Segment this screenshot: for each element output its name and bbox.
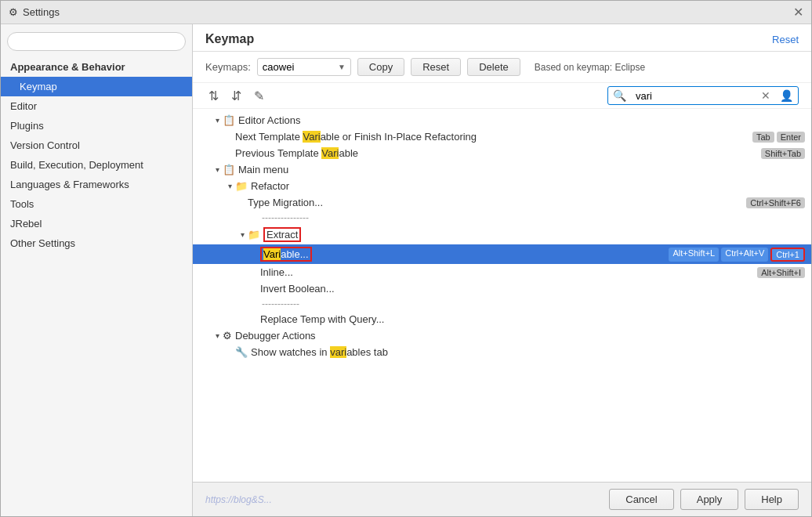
group-label: Editor Actions bbox=[238, 114, 301, 126]
tree-item-type-migration[interactable]: Type Migration... Ctrl+Shift+F6 bbox=[193, 194, 811, 211]
tree-separator2: ------------ bbox=[193, 297, 811, 311]
shortcut-badge-ctrl1: Ctrl+1 bbox=[770, 248, 805, 262]
shortcut-badge: Tab bbox=[752, 132, 774, 143]
sidebar-item-other-settings[interactable]: Other Settings bbox=[1, 233, 192, 253]
sidebar-item-label: Appearance & Behavior bbox=[10, 61, 125, 73]
item-label: Type Migration... bbox=[248, 197, 323, 208]
search-magnifier-icon: 🔍 bbox=[608, 87, 631, 104]
tree-group-extract[interactable]: ▾ 📁 Extract bbox=[193, 225, 811, 244]
tree-group-main-menu[interactable]: ▾ 📋 Main menu bbox=[193, 161, 811, 178]
sidebar-item-label: Plugins bbox=[10, 120, 44, 132]
shortcut-badge: Ctrl+Shift+F6 bbox=[746, 197, 805, 208]
tree-group-debugger-actions[interactable]: ▾ ⚙ Debugger Actions bbox=[193, 327, 811, 344]
sidebar-search[interactable] bbox=[7, 32, 186, 51]
tree-group-editor-actions[interactable]: ▾ 📋 Editor Actions bbox=[193, 112, 811, 128]
keymap-toolbar: Keymaps: caowei ▼ Copy Reset Delete Base… bbox=[193, 52, 811, 83]
keymap-value: caowei bbox=[263, 61, 294, 73]
keymap-select[interactable]: caowei ▼ bbox=[257, 58, 351, 76]
sidebar-item-jrebel[interactable]: JRebel bbox=[1, 214, 192, 233]
reset-link[interactable]: Reset bbox=[772, 34, 799, 45]
apply-button[interactable]: Apply bbox=[680, 489, 739, 510]
item-label: Invert Boolean... bbox=[260, 283, 335, 295]
shortcut-badge-alt-shift-l: Alt+Shift+L bbox=[669, 248, 719, 262]
toggle-icon[interactable]: ▾ bbox=[212, 331, 223, 340]
tree-item-show-watches[interactable]: 🔧 Show watches in variables tab bbox=[193, 344, 811, 360]
tree-item-invert-boolean[interactable]: Invert Boolean... bbox=[193, 280, 811, 297]
collapse-all-icon[interactable]: ⇵ bbox=[228, 87, 245, 105]
sidebar-item-label: Editor bbox=[10, 100, 37, 112]
tree-item-prev-template[interactable]: Previous Template Variable Shift+Tab bbox=[193, 145, 811, 161]
tree-item-next-template[interactable]: Next Template Variable or Finish In-Plac… bbox=[193, 128, 811, 145]
search-filter-input[interactable] bbox=[631, 88, 756, 104]
shortcut-badge: Enter bbox=[777, 132, 805, 143]
settings-icon: ⚙ bbox=[9, 6, 18, 18]
search-filter[interactable]: 🔍 ✕ 👤 bbox=[607, 86, 799, 105]
sidebar-item-version-control[interactable]: Version Control bbox=[1, 136, 192, 155]
watch-icon: 🔧 bbox=[235, 346, 248, 358]
sidebar-item-keymap[interactable]: Keymap bbox=[1, 77, 192, 96]
variable-label-outline: Variable... bbox=[260, 247, 312, 262]
folder-icon: 📋 bbox=[223, 164, 235, 175]
sidebar-item-build[interactable]: Build, Execution, Deployment bbox=[1, 155, 192, 175]
sidebar-item-label: Version Control bbox=[10, 139, 80, 151]
help-button[interactable]: Help bbox=[745, 489, 799, 510]
close-button[interactable]: ✕ bbox=[793, 5, 803, 20]
watermark: https://blog&S... bbox=[205, 494, 272, 505]
sidebar-item-tools[interactable]: Tools bbox=[1, 194, 192, 214]
sidebar-item-languages[interactable]: Languages & Frameworks bbox=[1, 175, 192, 194]
toggle-icon[interactable]: ▾ bbox=[224, 182, 235, 190]
clear-search-icon[interactable]: ✕ bbox=[756, 87, 775, 104]
keymap-label: Keymaps: bbox=[205, 61, 251, 73]
sidebar-item-label: Tools bbox=[10, 198, 34, 210]
sidebar-item-label: JRebel bbox=[10, 218, 42, 230]
title-bar: ⚙ Settings ✕ bbox=[1, 1, 811, 24]
shortcut-badge-ctrl-alt-v: Ctrl+Alt+V bbox=[721, 248, 768, 262]
group-label: Debugger Actions bbox=[235, 330, 316, 342]
extract-label-outline: Extract bbox=[263, 227, 301, 242]
edit-icon[interactable]: ✎ bbox=[251, 87, 267, 105]
tree-item-replace-temp[interactable]: Replace Temp with Query... bbox=[193, 311, 811, 327]
toggle-icon[interactable]: ▾ bbox=[237, 230, 248, 239]
sidebar-item-appearance[interactable]: Appearance & Behavior bbox=[1, 57, 192, 77]
copy-button[interactable]: Copy bbox=[357, 58, 404, 76]
sidebar-search-input[interactable] bbox=[7, 32, 186, 51]
folder-icon: 📁 bbox=[235, 180, 248, 192]
item-label: Inline... bbox=[260, 266, 293, 278]
right-panel: Keymap Reset Keymaps: caowei ▼ Copy Rese… bbox=[193, 24, 811, 516]
expand-all-icon[interactable]: ⇅ bbox=[205, 87, 222, 105]
group-label: Main menu bbox=[238, 164, 288, 175]
toggle-icon[interactable]: ▾ bbox=[212, 165, 223, 174]
shortcuts: Alt+Shift+L Ctrl+Alt+V Ctrl+1 bbox=[669, 248, 805, 262]
item-label: Next Template Variable or Finish In-Plac… bbox=[235, 131, 477, 143]
delete-button[interactable]: Delete bbox=[467, 58, 520, 76]
shortcuts: Ctrl+Shift+F6 bbox=[746, 197, 805, 208]
sidebar-item-label: Languages & Frameworks bbox=[10, 179, 129, 190]
sidebar: Appearance & Behavior Keymap Editor Plug… bbox=[1, 24, 193, 516]
sidebar-item-label: Keymap bbox=[20, 81, 57, 92]
shortcuts: Tab Enter bbox=[752, 132, 805, 143]
toggle-icon[interactable]: ▾ bbox=[212, 116, 223, 125]
tree-area: ▾ 📋 Editor Actions Next Template Variabl… bbox=[193, 109, 811, 482]
cancel-button[interactable]: Cancel bbox=[609, 489, 673, 510]
icon-toolbar: ⇅ ⇵ ✎ 🔍 ✕ 👤 bbox=[193, 83, 811, 109]
sidebar-item-label: Build, Execution, Deployment bbox=[10, 159, 143, 171]
shortcuts: Shift+Tab bbox=[761, 148, 805, 159]
shortcuts: Alt+Shift+I bbox=[757, 267, 805, 278]
title-bar-left: ⚙ Settings bbox=[9, 6, 60, 18]
based-on-label: Based on keymap: Eclipse bbox=[535, 62, 645, 73]
reset-button[interactable]: Reset bbox=[411, 58, 461, 76]
gear-icon: ⚙ bbox=[223, 330, 232, 342]
tree-group-refactor[interactable]: ▾ 📁 Refactor bbox=[193, 178, 811, 194]
tree-item-inline[interactable]: Inline... Alt+Shift+I bbox=[193, 264, 811, 280]
filter-user-icon[interactable]: 👤 bbox=[775, 87, 798, 104]
sidebar-item-editor[interactable]: Editor bbox=[1, 96, 192, 116]
sidebar-item-plugins[interactable]: Plugins bbox=[1, 116, 192, 136]
panel-header: Keymap Reset bbox=[193, 24, 811, 52]
sidebar-item-label: Other Settings bbox=[10, 237, 75, 249]
tree-item-variable[interactable]: Variable... Alt+Shift+L Ctrl+Alt+V Ctrl+… bbox=[193, 244, 811, 264]
footer: https://blog&S... Cancel Apply Help bbox=[193, 482, 811, 516]
window-title: Settings bbox=[23, 6, 60, 18]
panel-title: Keymap bbox=[205, 32, 254, 46]
item-label: Variable... bbox=[263, 248, 309, 260]
settings-window: ⚙ Settings ✕ Appearance & Behavior Keyma… bbox=[0, 0, 812, 517]
